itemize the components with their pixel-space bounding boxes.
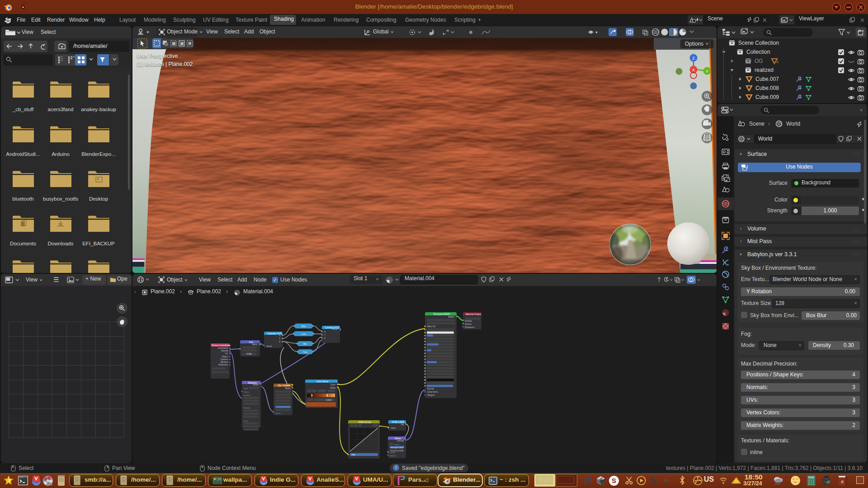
svg-text:Z: Z (279, 341, 280, 343)
svg-text:Value: Value (252, 343, 258, 346)
svg-text:Rotation: Rotation (243, 407, 251, 409)
svg-text:BSDF: BSDF (448, 315, 454, 318)
svg-text:Generated: Generated (218, 347, 228, 349)
svg-text:Height: Height (390, 451, 396, 454)
svg-text:Y: Y (279, 338, 280, 340)
svg-text:Type:: Type: (244, 387, 249, 389)
svg-text:Vector: Vector (266, 345, 272, 347)
svg-text:Less: Less (301, 333, 306, 335)
svg-text:X: X (279, 334, 280, 337)
svg-text:0.223: 0.223 (326, 399, 332, 401)
svg-text:Val: Val (401, 423, 404, 426)
svg-text:Z: Z (692, 56, 695, 61)
svg-text:S: S (612, 477, 616, 484)
svg-text:Z: Z (324, 337, 326, 339)
svg-text:Combine XYZ: Combine XYZ (325, 326, 339, 329)
svg-text:Sub: Sub (249, 341, 253, 343)
svg-text:Y: Y (324, 334, 326, 336)
svg-text:Color: Color (330, 384, 335, 386)
svg-text:Color Ramp: Color Ramp (316, 380, 329, 383)
svg-text:Surface: Surface (465, 320, 472, 322)
svg-text:Mapping: Mapping (248, 381, 256, 384)
svg-text:Ebo Texture: Ebo Texture (278, 384, 290, 387)
svg-text:Strength 0.300: Strength 0.300 (391, 446, 403, 449)
svg-text:Min: Min (303, 343, 307, 345)
svg-text:Location: Location (243, 394, 251, 396)
svg-text:Fac: Fac (352, 454, 355, 456)
svg-text:Bump: Bump (395, 437, 401, 440)
svg-text:Vector: Vector (253, 384, 259, 386)
svg-text:Tangent: Tangent (427, 394, 435, 396)
svg-text:Invert: Invert (394, 443, 400, 446)
svg-text:Texture Coordinate: Texture Coordinate (212, 344, 231, 347)
svg-text:Vector: Vector (275, 412, 281, 414)
svg-text:Volume: Volume (465, 323, 472, 325)
svg-text:Sub: Sub (303, 351, 307, 353)
svg-text:Principled BSDF: Principled BSDF (434, 313, 450, 315)
svg-text:Normal: Normal (397, 440, 404, 442)
svg-text:Max: Max (302, 325, 306, 328)
svg-text:Camera: Camera (221, 358, 228, 361)
svg-text:Object: Object (222, 356, 228, 358)
svg-text:Reflection: Reflection (219, 364, 228, 366)
svg-text:Color: Color (391, 427, 396, 429)
svg-text:X: X (324, 331, 326, 333)
svg-text:Displacem.: Displacem. (465, 326, 475, 328)
svg-text:RGB to BW: RGB to BW (392, 421, 404, 423)
svg-text:Window: Window (221, 361, 228, 363)
svg-text:Material Output: Material Output (465, 313, 481, 315)
svg-text:Vector: Vector (244, 391, 250, 393)
svg-text:Clear Norm.: Clear Norm. (427, 391, 439, 393)
svg-text:X: X (692, 68, 695, 72)
svg-text:UV: UV (225, 352, 228, 355)
svg-text:a: a (841, 478, 844, 484)
svg-text:Scale: Scale (243, 420, 248, 422)
svg-text:Normal: Normal (390, 455, 396, 457)
svg-text:Base Col: Base Col (427, 325, 436, 328)
svg-text:RGB Curves: RGB Curves (359, 421, 372, 423)
svg-text:Normal: Normal (221, 350, 228, 352)
svg-text:Separate XYZ: Separate XYZ (267, 332, 281, 335)
svg-text:Alpha: Alpha (330, 387, 335, 389)
svg-text:Alpha: Alpha (285, 387, 290, 389)
svg-text:Y: Y (706, 69, 708, 74)
svg-text:0.200: 0.200 (246, 353, 252, 355)
svg-text:Normal: Normal (427, 388, 434, 390)
